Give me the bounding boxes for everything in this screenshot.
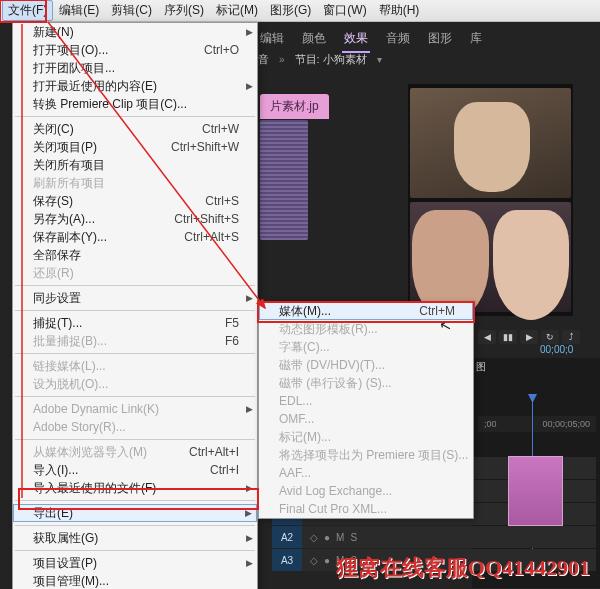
menu-标记M[interactable]: 标记(M) (210, 0, 264, 21)
menu-item[interactable]: 保存副本(Y)...Ctrl+Alt+S (13, 228, 257, 246)
menu-item-label: 设为脱机(O)... (33, 376, 253, 393)
menu-item-label: 还原(R) (33, 265, 253, 282)
submenu-arrow-icon: ▶ (246, 483, 253, 493)
timeline-clip[interactable] (508, 456, 563, 526)
submenu-arrow-icon: ▶ (246, 558, 253, 568)
menu-序列S[interactable]: 序列(S) (158, 0, 210, 21)
menu-item-label: 批量捕捉(B)... (33, 333, 225, 350)
dropdown-icon[interactable]: ▾ (377, 54, 382, 65)
clip-badge[interactable]: 片素材.jp (260, 94, 329, 119)
menu-编辑E[interactable]: 编辑(E) (53, 0, 105, 21)
menu-窗口W[interactable]: 窗口(W) (317, 0, 372, 21)
tab-编辑[interactable]: 编辑 (258, 26, 286, 53)
menu-图形G[interactable]: 图形(G) (264, 0, 317, 21)
menu-帮助H[interactable]: 帮助(H) (373, 0, 426, 21)
shortcut: F6 (225, 334, 253, 348)
submenu-arrow-icon: ▶ (246, 27, 253, 37)
timeline-tab[interactable]: 图 (476, 360, 486, 374)
menu-item[interactable]: 项目管理(M)... (13, 572, 257, 589)
menu-item[interactable]: 获取属性(G)▶ (13, 529, 257, 547)
track-toggle-icon[interactable]: S (350, 532, 357, 543)
tab-音频[interactable]: 音频 (384, 26, 412, 53)
menu-item[interactable]: 全部保存 (13, 246, 257, 264)
menu-item-label: 项目设置(P) (33, 555, 253, 572)
menu-item-label: 从媒体浏览器导入(M) (33, 444, 189, 461)
transport-button[interactable]: ↻ (541, 330, 559, 344)
menu-item[interactable]: 保存(S)Ctrl+S (13, 192, 257, 210)
menu-item: 字幕(C)... (259, 338, 473, 356)
track-toggle-icon[interactable]: ◇ (310, 532, 318, 543)
submenu-arrow-icon: ▶ (246, 533, 253, 543)
submenu-arrow-icon: ▶ (246, 404, 253, 414)
menu-item[interactable]: 关闭项目(P)Ctrl+Shift+W (13, 138, 257, 156)
ruler-mark-a: ;00 (484, 419, 497, 429)
menu-item[interactable]: 同步设置▶ (13, 289, 257, 307)
menu-item: 刷新所有项目 (13, 174, 257, 192)
waveform-thumbnail[interactable] (260, 120, 308, 240)
tab-库[interactable]: 库 (468, 26, 484, 53)
track-A2[interactable]: A2◇●MS (272, 526, 596, 548)
menu-item[interactable]: 新建(N)▶ (13, 23, 257, 41)
menu-item[interactable]: 导出(E)▶ (13, 504, 257, 522)
menu-item[interactable]: 打开团队项目... (13, 59, 257, 77)
audio-label[interactable]: 音 (258, 52, 269, 67)
menu-item-label: 同步设置 (33, 290, 253, 307)
menu-item: EDL... (259, 392, 473, 410)
menu-item: 批量捕捉(B)...F6 (13, 332, 257, 350)
preview-frame-upper (410, 88, 571, 198)
menu-item[interactable]: 项目设置(P)▶ (13, 554, 257, 572)
separator (15, 310, 255, 311)
menu-item-label: EDL... (279, 394, 469, 408)
menu-item-label: 另存为(A)... (33, 211, 174, 228)
separator (15, 439, 255, 440)
track-label: A2 (272, 526, 302, 548)
menu-item-label: 媒体(M)... (279, 303, 419, 320)
menu-item-label: 项目管理(M)... (33, 573, 253, 590)
tab-效果[interactable]: 效果 (342, 26, 370, 53)
transport-button[interactable]: ▮▮ (499, 330, 517, 344)
separator (15, 500, 255, 501)
track-toggle-icon[interactable]: ● (324, 532, 330, 543)
menu-item[interactable]: 导入最近使用的文件(F)▶ (13, 479, 257, 497)
menu-item[interactable]: 关闭所有项目 (13, 156, 257, 174)
transport-button[interactable]: ⤴ (562, 330, 580, 344)
track-toggle-icon[interactable]: M (336, 532, 344, 543)
menu-item: Adobe Story(R)... (13, 418, 257, 436)
program-monitor[interactable] (408, 84, 573, 316)
transport-button[interactable]: ◀ (478, 330, 496, 344)
track-label: A3 (272, 549, 302, 571)
tab-图形[interactable]: 图形 (426, 26, 454, 53)
menu-item-label: 获取属性(G) (33, 530, 253, 547)
watermark-text: 狸窝在线客服QQ41442901 (336, 553, 590, 583)
menu-item[interactable]: 媒体(M)...Ctrl+M (259, 302, 473, 320)
menu-item[interactable]: 打开最近使用的内容(E)▶ (13, 77, 257, 95)
menu-item[interactable]: 导入(I)...Ctrl+I (13, 461, 257, 479)
menu-剪辑C[interactable]: 剪辑(C) (105, 0, 158, 21)
menu-item: Adobe Dynamic Link(K)▶ (13, 400, 257, 418)
separator (15, 353, 255, 354)
track-toggle-icon[interactable]: ◇ (310, 555, 318, 566)
menu-item: 设为脱机(O)... (13, 375, 257, 393)
shortcut: F5 (225, 316, 253, 330)
transport-button[interactable]: ▶ (520, 330, 538, 344)
workspace-tabs: 编辑颜色效果音频图形库 (258, 26, 484, 53)
menu-item[interactable]: 另存为(A)...Ctrl+Shift+S (13, 210, 257, 228)
tab-颜色[interactable]: 颜色 (300, 26, 328, 53)
submenu-arrow-icon: ▶ (246, 81, 253, 91)
menu-item: 还原(R) (13, 264, 257, 282)
menu-item-label: OMF... (279, 412, 469, 426)
menu-item[interactable]: 转换 Premiere Clip 项目(C)... (13, 95, 257, 113)
timeline-ruler[interactable]: ;00 00;00;05;00 (478, 416, 596, 432)
menu-item[interactable]: 打开项目(O)...Ctrl+O (13, 41, 257, 59)
menu-item-label: 转换 Premiere Clip 项目(C)... (33, 96, 253, 113)
file-menu-highlight (0, 0, 47, 23)
menu-item-label: 导出(E) (33, 505, 253, 522)
shortcut: Ctrl+Shift+S (174, 212, 253, 226)
shortcut: Ctrl+Alt+S (184, 230, 253, 244)
submenu-arrow-icon: ▶ (246, 293, 253, 303)
menu-item[interactable]: 关闭(C)Ctrl+W (13, 120, 257, 138)
track-toggle-icon[interactable]: ● (324, 555, 330, 566)
menu-item[interactable]: 捕捉(T)...F5 (13, 314, 257, 332)
menu-item-label: 捕捉(T)... (33, 315, 225, 332)
menu-item-label: 磁带 (串行设备) (S)... (279, 375, 469, 392)
